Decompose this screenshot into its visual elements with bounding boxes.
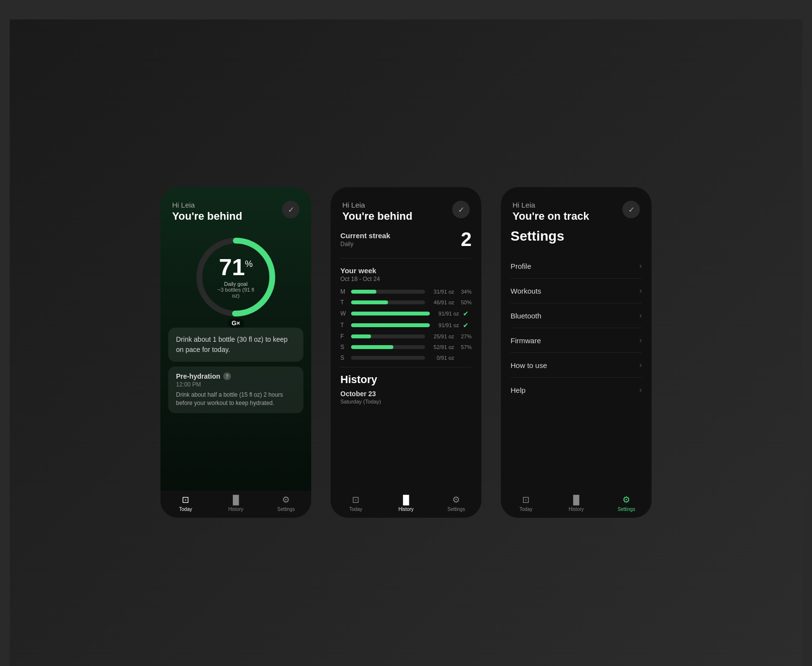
chevron-bluetooth-icon: ›: [639, 311, 642, 320]
tab-today-1[interactable]: ⊡ Today: [160, 494, 211, 512]
settings-item-howtouse[interactable]: How to use ›: [511, 353, 642, 378]
tip-card: Drink about 1 bottle (30 fl oz) to keep …: [168, 328, 303, 362]
bar-track-fri: [351, 334, 425, 338]
bar-track-tue: [351, 300, 425, 304]
question-icon[interactable]: ?: [223, 372, 231, 380]
gauge-percent: 71%: [214, 256, 258, 279]
history-icon-2: ▐▌: [400, 495, 412, 505]
streak-row: Current streak Daily 2: [340, 228, 472, 250]
streak-label: Current streak: [340, 231, 390, 240]
chevron-help-icon: ›: [639, 386, 642, 394]
settings-label-help: Help: [511, 386, 526, 394]
settings-item-bluetooth[interactable]: Bluetooth ›: [511, 303, 642, 328]
day-row-thu: T 91/91 oz ✔: [340, 321, 472, 329]
prehydration-time: 12:00 PM: [176, 381, 296, 388]
gatorade-logo: G×: [228, 318, 244, 328]
tab-settings-2[interactable]: ⚙ Settings: [431, 494, 481, 512]
today-icon: ⊡: [182, 494, 189, 505]
day-row-fri: F 25/91 oz 27%: [340, 333, 472, 340]
gauge-goal-sub: ~3 bottles (91 fl oz): [214, 287, 258, 298]
chevron-firmware-icon: ›: [639, 336, 642, 345]
bar-track-sat: [351, 345, 425, 349]
settings-label-bluetooth: Bluetooth: [511, 312, 541, 320]
today-icon-2: ⊡: [352, 494, 359, 505]
bar-track-mon: [351, 290, 425, 294]
phone1-body: Drink about 1 bottle (30 fl oz) to keep …: [160, 323, 311, 491]
day-row-sun: S 0/91 oz: [340, 354, 472, 361]
gauge-center: 71% Daily goal ~3 bottles (91 fl oz): [214, 256, 258, 298]
settings-body: Settings Profile › Workouts › Bluetooth …: [501, 228, 652, 491]
settings-item-profile[interactable]: Profile ›: [511, 254, 642, 279]
settings-icon: ⚙: [282, 494, 290, 505]
week-section: Your week Oct 18 - Oct 24 M 31/91 oz 34%…: [340, 266, 472, 361]
phone3-header: Hi Leia You're on track ✓: [501, 187, 652, 228]
day-row-mon: M 31/91 oz 34%: [340, 288, 472, 295]
bar-track-sun: [351, 356, 425, 360]
history-date: October 23: [340, 390, 472, 398]
bar-track-wed: [351, 312, 430, 315]
phone1-header: Hi Leia You're behind ✓: [160, 187, 311, 228]
check-wed: ✔: [463, 310, 472, 317]
history-icon-3: ▐▌: [570, 495, 583, 505]
chevron-workouts-icon: ›: [639, 286, 642, 295]
gauge-goal-label: Daily goal: [214, 281, 258, 287]
phone1-greeting: Hi Leia: [172, 201, 242, 209]
phone2-tab-bar: ⊡ Today ▐▌ History ⚙ Settings: [331, 491, 481, 518]
phone2-check-icon[interactable]: ✓: [452, 201, 470, 218]
prehydration-desc: Drink about half a bottle (15 fl oz) 2 h…: [176, 391, 296, 407]
tab-today-3[interactable]: ⊡ Today: [501, 494, 551, 512]
streak-count: 2: [461, 228, 472, 250]
settings-title: Settings: [511, 228, 642, 244]
tab-history-2[interactable]: ▐▌ History: [381, 495, 431, 512]
day-row-wed: W 91/91 oz ✔: [340, 310, 472, 317]
bar-track-thu: [351, 323, 430, 327]
settings-label-profile: Profile: [511, 262, 531, 270]
prehydration-title: Pre-hydration ?: [176, 372, 296, 380]
chevron-profile-icon: ›: [639, 262, 642, 270]
week-dates: Oct 18 - Oct 24: [340, 276, 472, 282]
tab-history-3[interactable]: ▐▌ History: [551, 495, 601, 512]
settings-icon-3: ⚙: [622, 494, 630, 505]
chevron-howtouse-icon: ›: [639, 361, 642, 369]
phone3-check-icon[interactable]: ✓: [622, 201, 640, 218]
gauge-wrap: 71% Daily goal ~3 bottles (91 fl oz) G×: [192, 233, 280, 321]
streak-section: Current streak Daily 2: [340, 228, 472, 259]
day-row-sat: S 52/91 oz 57%: [340, 344, 472, 351]
check-thu: ✔: [463, 321, 472, 329]
days-list: M 31/91 oz 34% T 46/91 oz 50% W: [340, 288, 472, 361]
gauge-container: 71% Daily goal ~3 bottles (91 fl oz) G×: [160, 228, 311, 323]
settings-item-workouts[interactable]: Workouts ›: [511, 279, 642, 303]
phone1-check-icon[interactable]: ✓: [282, 201, 300, 218]
phone2-status: You're behind: [342, 210, 412, 223]
phone-today: Hi Leia You're behind ✓ 71%: [160, 187, 311, 518]
day-row-tue: T 46/91 oz 50%: [340, 299, 472, 306]
app-container: Hi Leia You're behind ✓ 71%: [10, 19, 802, 666]
tab-history-1[interactable]: ▐▌ History: [211, 495, 261, 512]
phone2-greeting: Hi Leia: [342, 201, 412, 209]
phone3-greeting: Hi Leia: [512, 201, 589, 209]
tab-today-2[interactable]: ⊡ Today: [331, 494, 381, 512]
phone1-tab-bar: ⊡ Today ▐▌ History ⚙ Settings: [160, 491, 311, 518]
settings-label-workouts: Workouts: [511, 287, 541, 295]
settings-icon-2: ⚙: [452, 494, 460, 505]
tab-settings-3[interactable]: ⚙ Settings: [601, 494, 652, 512]
settings-label-howtouse: How to use: [511, 361, 547, 369]
settings-item-help[interactable]: Help ›: [511, 378, 642, 402]
week-label: Your week: [340, 266, 472, 275]
history-icon: ▐▌: [229, 495, 242, 505]
phone-settings: Hi Leia You're on track ✓ Settings Profi…: [501, 187, 652, 518]
streak-frequency: Daily: [340, 241, 390, 247]
phone-history: Hi Leia You're behind ✓ Current streak D…: [331, 187, 481, 518]
phone2-header: Hi Leia You're behind ✓: [331, 187, 481, 228]
settings-label-firmware: Firmware: [511, 336, 541, 345]
phone1-status: You're behind: [172, 210, 242, 223]
phone3-status: You're on track: [512, 210, 589, 223]
history-title: History: [340, 373, 472, 386]
tab-settings-1[interactable]: ⚙ Settings: [261, 494, 311, 512]
settings-item-firmware[interactable]: Firmware ›: [511, 328, 642, 353]
phone3-tab-bar: ⊡ Today ▐▌ History ⚙ Settings: [501, 491, 652, 518]
phone2-body: Current streak Daily 2 Your week Oct 18 …: [331, 228, 481, 491]
history-section: History October 23 Saturday (Today): [340, 367, 472, 404]
history-sub: Saturday (Today): [340, 399, 472, 404]
prehydration-card: Pre-hydration ? 12:00 PM Drink about hal…: [168, 367, 303, 413]
